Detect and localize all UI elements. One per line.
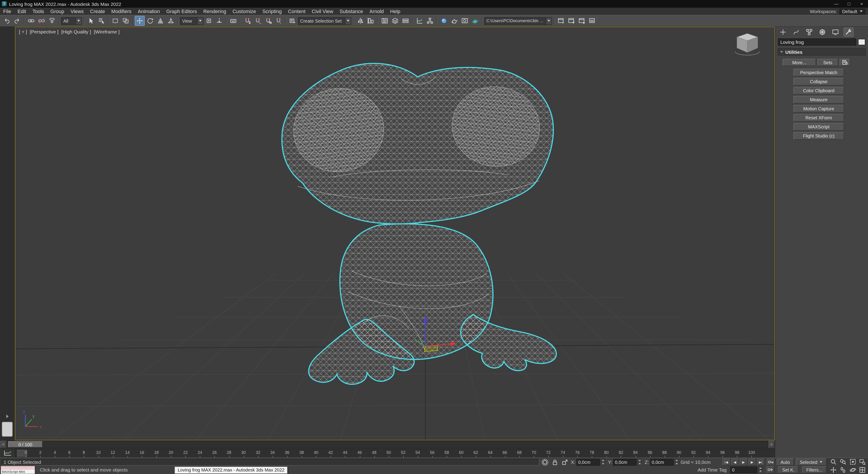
utility-button[interactable]: MAXScript: [794, 123, 844, 131]
pan-view-button[interactable]: [829, 466, 838, 474]
viewport-label-segment[interactable]: [Perspective ]: [30, 29, 59, 34]
select-and-place-button[interactable]: [166, 16, 176, 26]
playback-button[interactable]: ◀: [731, 459, 739, 466]
viewport-layout-tab[interactable]: [2, 422, 13, 437]
viewport-label-segment[interactable]: [Wireframe ]: [94, 29, 120, 34]
auto-key-button[interactable]: Auto: [776, 459, 794, 466]
minimize-button[interactable]: —: [830, 0, 843, 8]
key-filters-button[interactable]: Filters...: [802, 466, 827, 473]
utilities-rollout-header[interactable]: Utilities: [778, 48, 866, 56]
window-crossing-toggle[interactable]: [121, 16, 131, 26]
panel-down-arrow-icon[interactable]: [577, 16, 587, 26]
unlink-selection-button[interactable]: [37, 16, 46, 26]
toggle-layer-explorer-button[interactable]: [390, 16, 400, 26]
playback-button[interactable]: ▶|: [756, 459, 765, 466]
redo-button[interactable]: [12, 16, 22, 26]
menu-item[interactable]: Substance: [336, 8, 366, 15]
project-folder-dropdown[interactable]: C:\Users\PC\Documents\3ds Max 2022: [484, 17, 552, 25]
panel-list-icon[interactable]: [587, 16, 597, 26]
utility-button[interactable]: Perspective Match: [794, 69, 844, 76]
render-setup-button[interactable]: [450, 16, 459, 26]
sets-button[interactable]: Sets: [817, 59, 838, 66]
set-key-button[interactable]: Set K.: [778, 466, 799, 473]
utility-button[interactable]: Color Clipboard: [794, 87, 844, 94]
maxscript-mini-listener[interactable]: MAXScript Mini: [1, 466, 35, 474]
mirror-button[interactable]: [355, 16, 365, 26]
utility-button[interactable]: Motion Capture: [794, 105, 844, 113]
menu-item[interactable]: Create: [87, 8, 108, 15]
menu-item[interactable]: Help: [387, 8, 403, 15]
undo-button[interactable]: [2, 16, 12, 26]
utility-button[interactable]: Flight Studio (c): [794, 132, 844, 140]
spinner[interactable]: [674, 459, 679, 466]
select-object-button[interactable]: [86, 16, 96, 26]
workspaces-dropdown[interactable]: Default: [839, 8, 865, 14]
selection-filter-dropdown[interactable]: All: [61, 17, 82, 25]
menu-item[interactable]: Rendering: [200, 8, 229, 15]
perspective-viewport[interactable]: [ + ][Perspective ][High Quality ][Wiref…: [15, 27, 775, 440]
tab-modify[interactable]: [791, 28, 801, 37]
menu-item[interactable]: Modifiers: [108, 8, 134, 15]
time-slider-track[interactable]: 0 / 100: [7, 441, 768, 448]
viewport-label-segment[interactable]: [ + ]: [19, 29, 27, 34]
menu-item[interactable]: Edit: [14, 8, 29, 15]
select-and-rotate-button[interactable]: [145, 16, 155, 26]
menu-item[interactable]: Arnold: [366, 8, 387, 15]
tab-motion[interactable]: [817, 28, 827, 37]
orbit-button[interactable]: [848, 466, 857, 474]
menu-item[interactable]: Tools: [29, 8, 47, 15]
selected-key-filter-dropdown[interactable]: Selected: [796, 459, 827, 466]
menu-item[interactable]: Customize: [229, 8, 259, 15]
isolate-selection-toggle[interactable]: [541, 459, 549, 466]
macro-recorder-pane[interactable]: [1, 466, 35, 470]
layout-flyout-button[interactable]: [4, 414, 10, 419]
mini-curve-editor-button[interactable]: [0, 449, 15, 457]
select-by-name-button[interactable]: [96, 16, 106, 26]
previous-frame-button[interactable]: <: [0, 441, 6, 448]
percent-snap-toggle[interactable]: %: [263, 16, 273, 26]
selection-lock-toggle[interactable]: [551, 459, 559, 466]
schematic-view-button[interactable]: [425, 16, 435, 26]
maximize-viewport-toggle[interactable]: [858, 466, 867, 474]
object-color-swatch[interactable]: [858, 39, 865, 45]
spinner[interactable]: [638, 459, 642, 466]
bind-to-space-warp-button[interactable]: [47, 16, 57, 26]
use-pivot-point-center-button[interactable]: [204, 16, 214, 26]
utility-button[interactable]: Measure: [794, 96, 844, 103]
panel-plus-icon[interactable]: [556, 16, 566, 26]
curve-editor-button[interactable]: [414, 16, 425, 26]
coordinate-field[interactable]: 0,0cm: [650, 459, 673, 466]
next-frame-button[interactable]: >: [769, 441, 774, 448]
listener-pane[interactable]: MAXScript Mini: [1, 470, 35, 474]
coordinate-field[interactable]: 0,0cm: [613, 459, 637, 466]
tab-create[interactable]: [778, 28, 788, 37]
zoom-button[interactable]: [829, 458, 838, 466]
key-mode-toggle-button[interactable]: [766, 466, 774, 473]
rendered-frame-window-button[interactable]: [460, 16, 470, 26]
object-name-field[interactable]: [778, 38, 856, 46]
spinner[interactable]: [758, 466, 763, 473]
toggle-ribbon-button[interactable]: [401, 16, 410, 26]
menu-item[interactable]: Animation: [135, 8, 163, 15]
viewport-canvas[interactable]: x y z: [16, 27, 774, 440]
zoom-region-button[interactable]: [858, 458, 867, 466]
menu-item[interactable]: Scripting: [259, 8, 285, 15]
close-button[interactable]: ×: [855, 0, 868, 8]
configure-button-sets-button[interactable]: [839, 59, 850, 66]
set-keys-button[interactable]: [767, 459, 775, 466]
angle-snap-toggle[interactable]: ∟: [253, 16, 263, 26]
tab-utilities[interactable]: [844, 28, 854, 37]
zoom-extents-button[interactable]: [848, 458, 857, 466]
walk-through-button[interactable]: [839, 466, 848, 474]
menu-item[interactable]: Group: [47, 8, 67, 15]
reference-coordinate-system-dropdown[interactable]: View: [180, 17, 204, 25]
playback-button[interactable]: ▶: [748, 459, 756, 466]
spinner[interactable]: [601, 459, 605, 466]
menu-item[interactable]: Content: [285, 8, 309, 15]
spinner-snap-toggle[interactable]: [274, 16, 283, 26]
utility-button[interactable]: Reset XForm: [794, 114, 844, 122]
named-selection-set-dropdown[interactable]: Create Selection Set: [298, 17, 351, 25]
select-and-move-button[interactable]: [135, 16, 145, 26]
viewport-label-segment[interactable]: [High Quality ]: [61, 29, 91, 34]
snaps-toggle-3d[interactable]: 3: [242, 16, 252, 26]
